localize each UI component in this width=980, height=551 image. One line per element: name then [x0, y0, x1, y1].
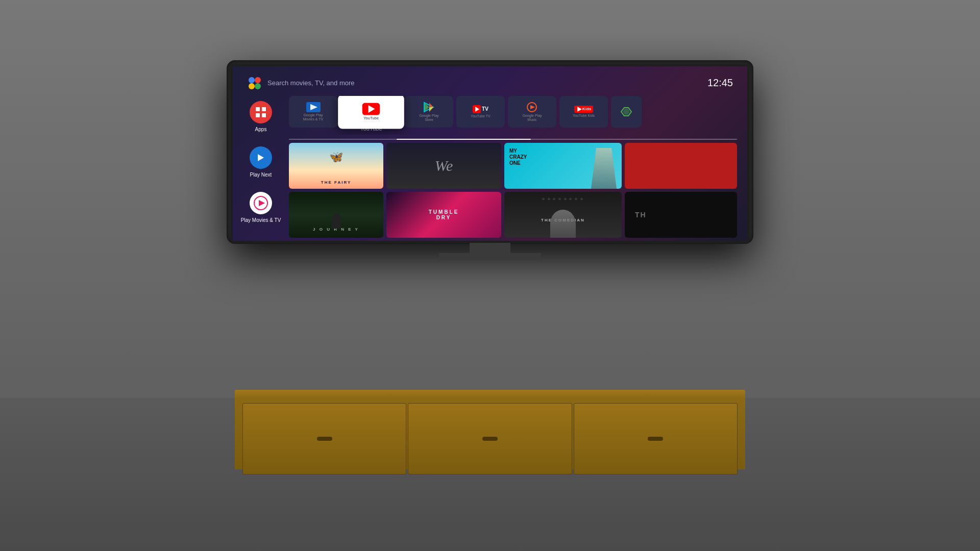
header: Search movies, TV, and more 12:45 — [233, 66, 747, 96]
sidebar-item-play-next[interactable]: Play Next — [250, 146, 272, 178]
youtube-tv-triangle — [475, 107, 479, 112]
main-content: Apps Play Next — [233, 96, 747, 241]
play-next-label: Play Next — [250, 172, 272, 178]
video-tile-my-crazy-one[interactable]: MYCRAZYONE — [504, 143, 622, 189]
content-area: Google PlayMovies & TV — [289, 96, 737, 241]
th-partial-title: TH — [635, 211, 647, 219]
app-inner-youtube: YouTube — [357, 99, 385, 124]
apps-label: Apps — [255, 127, 267, 132]
google-assistant-icon — [247, 76, 261, 90]
youtube-kids-icon: Kids — [574, 106, 593, 113]
video-tile-journey[interactable]: J O U R N E Y — [289, 192, 383, 238]
svg-marker-8 — [258, 154, 264, 161]
tv-bezel: Search movies, TV, and more 12:45 — [231, 64, 749, 243]
app-inner-google-games — [616, 104, 637, 119]
tv-screen: Search movies, TV, and more 12:45 — [233, 66, 747, 241]
app-tile-google-play-movies[interactable]: Google PlayMovies & TV — [289, 96, 337, 128]
we-text: We — [435, 157, 453, 174]
video-row-2: J O U R N E Y TUMBLEDRY — [289, 192, 737, 238]
drawer-3[interactable] — [574, 403, 738, 474]
app-tile-google-play-store[interactable]: Google PlayStore — [405, 96, 453, 128]
sidebar-item-apps[interactable]: Apps — [250, 101, 272, 132]
person-silhouette — [591, 148, 617, 189]
comedian-awards: ⊙ ⊙ ⊙ ⊙ ⊙ ⊙ ⊙ ⊙ — [504, 197, 622, 201]
google-play-store-name: Google PlayStore — [419, 114, 438, 122]
apps-section: Google PlayMovies & TV — [289, 96, 737, 140]
svg-rect-6 — [256, 113, 260, 117]
app-tile-youtube-kids[interactable]: Kids YouTube Kids — [559, 96, 608, 128]
svg-marker-18 — [530, 105, 535, 109]
video-row-1: 🦋 THE FAIRY We MYCRAZYONE — [289, 143, 737, 189]
apps-scroll-indicator — [289, 139, 737, 140]
crazy-title: MYCRAZYONE — [509, 148, 527, 166]
comedian-face — [550, 210, 576, 238]
youtube-icon — [362, 103, 380, 115]
video-tile-red-partial[interactable] — [625, 143, 737, 189]
drawer-1[interactable] — [242, 403, 406, 474]
drawer-handle-1 — [317, 437, 332, 441]
drawer-handle-2 — [482, 437, 498, 441]
fairy-title: THE FAIRY — [289, 180, 383, 185]
video-tile-the-comedian[interactable]: ⊙ ⊙ ⊙ ⊙ ⊙ ⊙ ⊙ ⊙ THE COMEDIAN — [504, 192, 622, 238]
play-movies-label: Play Movies & TV — [241, 217, 281, 223]
search-area[interactable]: Search movies, TV, and more — [247, 76, 355, 90]
tv-stand — [228, 243, 752, 260]
sidebar: Apps Play Next — [243, 96, 279, 241]
apps-scroll-thumb — [397, 139, 531, 140]
svg-rect-7 — [262, 113, 266, 117]
video-tile-we[interactable]: We — [386, 143, 501, 189]
search-placeholder-text[interactable]: Search movies, TV, and more — [267, 79, 355, 87]
dresser-main — [235, 398, 745, 469]
page-wrapper: Search movies, TV, and more 12:45 — [0, 0, 980, 551]
apps-row: Google PlayMovies & TV — [289, 96, 737, 135]
app-tile-youtube[interactable]: YouTube — [338, 96, 404, 129]
youtube-tv-icon: TV — [473, 105, 488, 113]
google-play-music-name: Google PlayMusic — [522, 114, 542, 122]
dresser — [235, 390, 745, 469]
svg-point-0 — [249, 77, 255, 83]
svg-marker-20 — [623, 109, 630, 115]
svg-marker-16 — [429, 107, 433, 112]
svg-marker-10 — [259, 200, 265, 206]
svg-point-3 — [255, 83, 261, 89]
video-tile-tumble-dry[interactable]: TUMBLEDRY — [386, 192, 501, 238]
google-play-movies-name: Google PlayMovies & TV — [303, 113, 324, 122]
svg-rect-5 — [262, 107, 266, 111]
tv-unit: Search movies, TV, and more 12:45 — [228, 61, 752, 260]
app-inner-google-play-movies: Google PlayMovies & TV — [298, 99, 329, 125]
video-tile-fairy[interactable]: 🦋 THE FAIRY — [289, 143, 383, 189]
svg-rect-4 — [256, 107, 260, 111]
youtube-focused-wrapper: YouTube YouTube — [340, 96, 402, 135]
journey-figure — [332, 213, 341, 229]
stand-neck — [470, 243, 510, 253]
svg-marker-15 — [429, 103, 433, 107]
app-tile-google-games[interactable] — [611, 96, 642, 128]
app-inner-google-music: Google PlayMusic — [517, 98, 547, 126]
sidebar-item-play-movies[interactable]: Play Movies & TV — [241, 192, 281, 223]
app-tile-google-play-music[interactable]: Google PlayMusic — [508, 96, 556, 128]
dresser-top — [235, 390, 745, 398]
svg-point-1 — [255, 77, 261, 83]
clock: 12:45 — [707, 77, 733, 89]
apps-icon — [250, 101, 272, 123]
youtube-play-icon — [369, 105, 375, 113]
youtube-name: YouTube — [363, 116, 379, 120]
play-next-icon — [250, 146, 272, 169]
app-tile-youtube-tv[interactable]: TV YouTube TV — [456, 96, 505, 128]
drawer-handle-3 — [648, 437, 663, 441]
youtube-kids-name: YouTube Kids — [573, 114, 595, 118]
youtube-tv-play-icon — [473, 105, 481, 113]
app-inner-youtube-kids: Kids YouTube Kids — [568, 103, 600, 121]
app-inner-google-play: Google PlayStore — [414, 98, 444, 126]
video-tile-th-partial[interactable]: TH — [625, 192, 737, 238]
play-movies-icon — [250, 192, 272, 214]
tumble-dry-title: TUMBLEDRY — [386, 209, 501, 220]
drawer-2[interactable] — [408, 403, 572, 474]
app-inner-youtube-tv: TV YouTube TV — [465, 102, 495, 121]
youtube-tv-name: YouTube TV — [471, 114, 490, 118]
tv-body: Search movies, TV, and more 12:45 — [228, 61, 752, 243]
butterfly-decoration: 🦋 — [329, 151, 343, 164]
svg-point-2 — [249, 83, 255, 89]
stand-base — [439, 253, 541, 260]
youtube-kids-play — [577, 107, 582, 112]
